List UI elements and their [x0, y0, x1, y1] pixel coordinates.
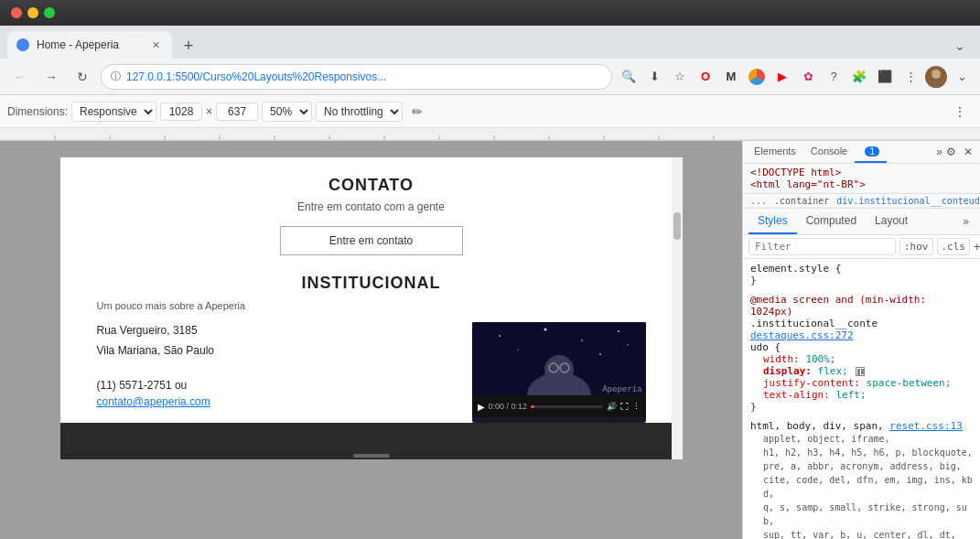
filter-add-button[interactable]: + [974, 240, 980, 253]
scrollbar-thumb[interactable] [673, 212, 681, 240]
filter-cls-button[interactable]: .cls [937, 238, 971, 255]
justify-prop: justify-content: [763, 377, 860, 389]
close-tab-button[interactable]: ✕ [148, 38, 163, 52]
html-lang-tag: <html lang="nt-BR"> [750, 178, 866, 190]
video-player[interactable]: Apeperia ▶ 0:00 / 0:12 🔊 ⛶ [472, 322, 646, 423]
volume-button[interactable]: 🔊 [607, 402, 617, 411]
devtools-more-button[interactable]: ⋮ [947, 99, 973, 124]
video-more-button[interactable]: ⋮ [632, 402, 641, 411]
devtools-toolbar: Dimensions: Responsive × 50% No throttli… [0, 95, 980, 128]
breadcrumb-container[interactable]: .container [774, 196, 829, 206]
html-tree: <!DOCTYPE html> <html lang="nt-BR"> [743, 164, 980, 194]
url-bar[interactable]: ⓘ 127.0.0.1:5500/Curso%20Layouts%20Respo… [101, 64, 612, 90]
cast-icon[interactable]: ⬛ [874, 66, 896, 88]
throttle-select[interactable]: No throttling [316, 102, 403, 122]
panel-settings-icon[interactable]: ⚙ [942, 142, 960, 162]
flower-icon[interactable]: ✿ [797, 66, 819, 88]
url-text: 127.0.0.1:5500/Curso%20Layouts%20Respons… [126, 70, 602, 83]
m-icon[interactable]: M [720, 66, 742, 88]
filter-input[interactable] [748, 238, 896, 255]
dimension-separator: × [206, 105, 212, 118]
responsive-select[interactable]: Responsive [71, 102, 156, 122]
download-icon[interactable]: ⬇ [643, 66, 665, 88]
new-tab-button[interactable]: + [176, 33, 201, 59]
text-align-value: left; [835, 389, 866, 401]
breadcrumb-current[interactable]: div.institucional__conteudo [836, 196, 980, 206]
avatar[interactable] [925, 66, 947, 88]
minimize-button[interactable] [27, 7, 38, 18]
height-input[interactable] [216, 102, 258, 121]
contact-button[interactable]: Entre em contato [280, 226, 463, 255]
profile-menu-icon[interactable]: ⌄ [951, 66, 973, 88]
page-frame: CONTATO Entre em contato com a gente Ent… [60, 157, 683, 459]
video-controls: ▶ 0:00 / 0:12 🔊 ⛶ ⋮ [472, 395, 646, 417]
svg-point-1 [928, 81, 944, 88]
svg-point-18 [544, 329, 546, 331]
console-panel-tab[interactable]: Console [803, 141, 855, 163]
address-icons: 🔍 ⬇ ☆ O M ▶ ✿ ? 🧩 ⬛ ⋮ ⌄ [618, 66, 973, 88]
styles-tab[interactable]: Styles [748, 209, 797, 234]
menu-icon[interactable]: ⋮ [899, 66, 921, 88]
help-icon[interactable]: ? [823, 66, 845, 88]
inst-address-line2: Vila Mariana, São Paulo [97, 342, 454, 359]
fullscreen-button[interactable]: ⛶ [620, 402, 629, 411]
vertical-scrollbar[interactable] [672, 157, 683, 459]
search-icon[interactable]: 🔍 [618, 66, 640, 88]
reset-link[interactable]: reset.css:13 [889, 420, 962, 432]
video-progress[interactable] [531, 405, 602, 408]
forward-button[interactable]: → [38, 64, 64, 90]
panel-close-button[interactable]: ✕ [960, 142, 976, 162]
width-input[interactable] [160, 102, 202, 121]
tab-title: Home - Apeperia [37, 38, 141, 51]
inst-selector: .institucional__conte [750, 318, 878, 329]
svg-point-19 [581, 340, 583, 341]
tab-bar-menu[interactable]: ⌄ [947, 33, 973, 59]
reload-button[interactable]: ↻ [70, 64, 95, 90]
styles-content: element.style { } @media screen and (min… [743, 259, 980, 539]
contact-title: CONTATO [97, 176, 646, 195]
flex-icon[interactable] [856, 367, 865, 376]
doctype-tag: <!DOCTYPE html> [750, 167, 841, 178]
maximize-button[interactable] [44, 7, 55, 18]
devtools-style-tabs: Styles Computed Layout » [743, 209, 980, 235]
elements-panel-tab[interactable]: Elements [747, 141, 803, 163]
title-bar [0, 0, 980, 26]
devtools-panel: Elements Console 1 » ⚙ ✕ <!DOCTYPE html>… [742, 141, 980, 539]
edit-icon[interactable]: ✏ [406, 101, 428, 123]
opera-icon[interactable]: O [695, 66, 716, 88]
breadcrumb-ellipsis: ... [750, 196, 767, 206]
address-bar: ← → ↻ ⓘ 127.0.0.1:5500/Curso%20Layouts%2… [0, 59, 980, 95]
contact-section: CONTATO Entre em contato com a gente Ent… [97, 176, 646, 255]
back-button[interactable]: ← [7, 64, 33, 90]
youtube-icon[interactable]: ▶ [771, 66, 793, 88]
zoom-select[interactable]: 50% [262, 102, 312, 122]
element-style-selector: element.style { [750, 263, 841, 275]
html-lang: <html lang="nt-BR"> [750, 178, 973, 190]
layout-tab[interactable]: Layout [866, 209, 917, 234]
page-footer-bar [60, 423, 683, 459]
inst-email[interactable]: contato@apeperia.com [97, 395, 454, 408]
dimensions-label: Dimensions: [7, 105, 68, 118]
play-button[interactable]: ▶ [478, 402, 485, 412]
circle-icon[interactable] [746, 66, 768, 88]
extensions-icon[interactable]: 🧩 [848, 66, 870, 88]
reset-selector: html, body, div, span, [750, 420, 889, 432]
style-tabs-more[interactable]: » [957, 211, 975, 232]
browser-viewport: CONTATO Entre em contato com a gente Ent… [0, 141, 742, 539]
sources-panel-tab[interactable]: 1 [855, 142, 887, 163]
svg-point-0 [932, 70, 941, 79]
computed-tab[interactable]: Computed [797, 209, 866, 234]
main-area: CONTATO Entre em contato com a gente Ent… [0, 141, 980, 539]
panel-tabs-more[interactable]: » [936, 146, 942, 158]
media-rule: @media screen and (min-width: 1024px) .i… [750, 294, 973, 413]
destaques-link[interactable]: destaques.css:272 [750, 329, 854, 341]
panel-badge: 1 [865, 146, 879, 156]
close-button[interactable] [11, 7, 22, 18]
filter-hov-button[interactable]: :hov [899, 238, 933, 255]
bookmark-icon[interactable]: ☆ [669, 66, 691, 88]
browser-tab-active[interactable]: Home - Apeperia ✕ [7, 31, 172, 59]
scroll-handle[interactable] [353, 454, 390, 458]
udo-selector: udo { [750, 341, 781, 353]
contact-subtitle: Entre em contato com a gente [97, 200, 646, 213]
width-value: 100%; [805, 353, 835, 365]
